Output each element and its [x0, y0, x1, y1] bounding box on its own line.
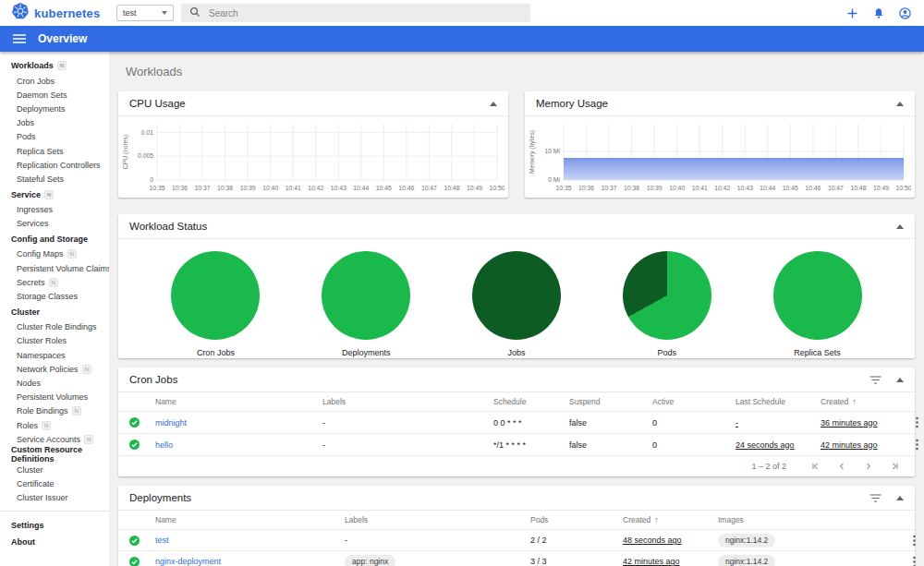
column-header-created[interactable]: Created↑ — [623, 515, 718, 524]
sidebar-item-replication-controllers[interactable]: Replication Controllers — [0, 158, 109, 172]
sidebar-item-storage-classes[interactable]: Storage Classes — [0, 289, 109, 303]
cron-job-row-midnight[interactable]: midnight - 0 0 * * * false 0 - 36 minute… — [118, 412, 915, 434]
memory-usage-title: Memory Usage — [536, 98, 608, 109]
cell-created[interactable]: 48 seconds ago — [623, 536, 682, 545]
pie-chart[interactable] — [623, 251, 711, 340]
first-page-icon[interactable] — [810, 462, 820, 471]
notifications-button[interactable] — [873, 7, 884, 19]
column-header-labels[interactable]: Labels — [345, 515, 530, 524]
cell-created[interactable]: 42 minutes ago — [623, 557, 680, 566]
sidebar-item-replica-sets[interactable]: Replica Sets — [0, 144, 109, 158]
collapse-caret-icon[interactable] — [896, 496, 904, 500]
pie-chart[interactable] — [171, 251, 260, 340]
cell-last-schedule[interactable]: 24 seconds ago — [736, 440, 795, 450]
svg-text:0 Mi: 0 Mi — [548, 176, 560, 183]
collapse-caret-icon[interactable] — [896, 102, 904, 106]
sidebar-section-config-and-storage[interactable]: Config and Storage — [0, 231, 109, 247]
sidebar-item-role-bindings[interactable]: Role BindingsN — [0, 404, 109, 418]
last-page-icon[interactable] — [891, 462, 900, 471]
cell-created[interactable]: 42 minutes ago — [821, 440, 878, 450]
sidebar-item-persistent-volume-claims[interactable]: Persistent Volume ClaimsN — [0, 261, 109, 275]
search-bar[interactable] — [181, 4, 530, 22]
add-resource-button[interactable] — [846, 7, 858, 19]
kebab-menu-icon[interactable] — [910, 533, 918, 548]
sidebar-item-namespaces[interactable]: Namespaces — [0, 348, 109, 362]
deployment-name-link[interactable]: test — [155, 536, 345, 545]
sidebar-item-service-accounts[interactable]: Service AccountsN — [0, 432, 109, 446]
namespaced-badge: N — [82, 365, 91, 374]
sidebar-item-nodes[interactable]: Nodes — [0, 376, 109, 390]
sidebar-item-daemon-sets[interactable]: Daemon Sets — [0, 88, 109, 102]
column-header-schedule[interactable]: Schedule — [493, 397, 569, 406]
prev-page-icon[interactable] — [837, 462, 846, 471]
kebab-menu-icon[interactable] — [913, 415, 921, 430]
sidebar-item-crd-cluster[interactable]: Cluster — [0, 463, 109, 476]
deployment-row-nginx-deployment[interactable]: nginx-deployment app: nginx 3 / 3 42 min… — [118, 551, 915, 566]
sidebar-item-about[interactable]: About — [0, 534, 109, 550]
sidebar-item-crd-certificate[interactable]: Certificate — [0, 477, 109, 491]
sidebar-item-jobs[interactable]: Jobs — [0, 116, 109, 130]
sidebar-item-services[interactable]: Services — [0, 217, 109, 231]
sidebar-item-config-maps[interactable]: Config MapsN — [0, 247, 109, 261]
svg-text:10:42: 10:42 — [714, 185, 730, 191]
column-header-suspend[interactable]: Suspend — [569, 397, 652, 406]
column-header-name[interactable]: Name — [155, 397, 322, 406]
sidebar-item-stateful-sets[interactable]: Stateful Sets — [0, 172, 109, 186]
sidebar-item-crd-cluster-issuer[interactable]: Cluster Issuer — [0, 491, 109, 505]
sidebar-item-cron-jobs[interactable]: Cron Jobs — [0, 74, 109, 88]
sidebar-item-deployments[interactable]: Deployments — [0, 102, 109, 115]
cron-job-row-hello[interactable]: hello - */1 * * * * false 0 24 seconds a… — [118, 434, 915, 456]
pie-chart[interactable] — [322, 251, 410, 340]
deployment-row-test[interactable]: test - 2 / 2 48 seconds ago nginx:1.14.2 — [118, 530, 915, 551]
status-ok-icon — [129, 440, 155, 450]
sidebar-section-cluster[interactable]: Cluster — [0, 304, 109, 320]
column-header-active[interactable]: Active — [652, 397, 736, 406]
workload-pie-jobs: Jobs — [447, 251, 586, 357]
pie-chart[interactable] — [773, 251, 862, 340]
page-breadcrumb-title: Overview — [38, 32, 87, 45]
cell-created[interactable]: 36 minutes ago — [821, 418, 878, 428]
column-header-labels[interactable]: Labels — [322, 397, 493, 406]
pie-chart[interactable] — [472, 251, 561, 340]
filter-icon[interactable] — [869, 376, 881, 384]
status-ok-icon — [129, 536, 155, 546]
column-header-pods[interactable]: Pods — [530, 515, 623, 524]
sidebar-item-persistent-volumes[interactable]: Persistent Volumes — [0, 391, 109, 404]
sidebar-section-workloads[interactable]: WorkloadsN — [0, 57, 109, 74]
kebab-menu-icon[interactable] — [910, 554, 918, 566]
collapse-caret-icon[interactable] — [896, 378, 904, 382]
sidebar-item-pods[interactable]: Pods — [0, 130, 109, 144]
sidebar-section-custom-resource-definitions[interactable]: Custom Resource Definitions — [0, 446, 109, 463]
cron-job-name-link[interactable]: midnight — [155, 418, 322, 428]
svg-text:CPU (cores): CPU (cores) — [122, 135, 129, 169]
filter-icon[interactable] — [869, 494, 881, 502]
deployment-name-link[interactable]: nginx-deployment — [155, 557, 345, 566]
kubernetes-logo[interactable]: kubernetes — [0, 2, 109, 24]
collapse-caret-icon[interactable] — [490, 102, 497, 106]
menu-icon[interactable] — [13, 34, 26, 43]
sidebar-section-service[interactable]: ServiceN — [0, 187, 109, 203]
cell-schedule: 0 0 * * * — [493, 418, 569, 428]
cell-last-schedule[interactable]: - — [736, 418, 738, 428]
sidebar-item-ingresses[interactable]: Ingresses — [0, 203, 109, 217]
sidebar-item-roles[interactable]: RolesN — [0, 418, 109, 432]
sidebar-item-cluster-role-bindings[interactable]: Cluster Role Bindings — [0, 320, 109, 334]
next-page-icon[interactable] — [864, 462, 873, 471]
column-header-name[interactable]: Name — [155, 515, 345, 524]
cell-suspend: false — [569, 418, 652, 428]
column-header-created[interactable]: Created↑ — [821, 397, 913, 406]
account-button[interactable] — [899, 7, 911, 19]
search-input[interactable] — [209, 8, 522, 18]
svg-text:10:39: 10:39 — [647, 185, 663, 191]
column-header-images[interactable]: Images — [718, 515, 910, 524]
sidebar-item-cluster-roles[interactable]: Cluster Roles — [0, 334, 109, 348]
sidebar-item-settings[interactable]: Settings — [0, 517, 109, 534]
sidebar-item-network-policies[interactable]: Network PoliciesN — [0, 362, 109, 376]
namespace-selector[interactable]: test — [116, 5, 174, 21]
cell-labels: - — [345, 536, 530, 545]
sidebar-item-secrets[interactable]: SecretsN — [0, 275, 109, 289]
kebab-menu-icon[interactable] — [913, 437, 921, 452]
cron-job-name-link[interactable]: hello — [155, 440, 322, 450]
column-header-last-schedule[interactable]: Last Schedule — [736, 397, 821, 406]
collapse-caret-icon[interactable] — [896, 224, 904, 229]
